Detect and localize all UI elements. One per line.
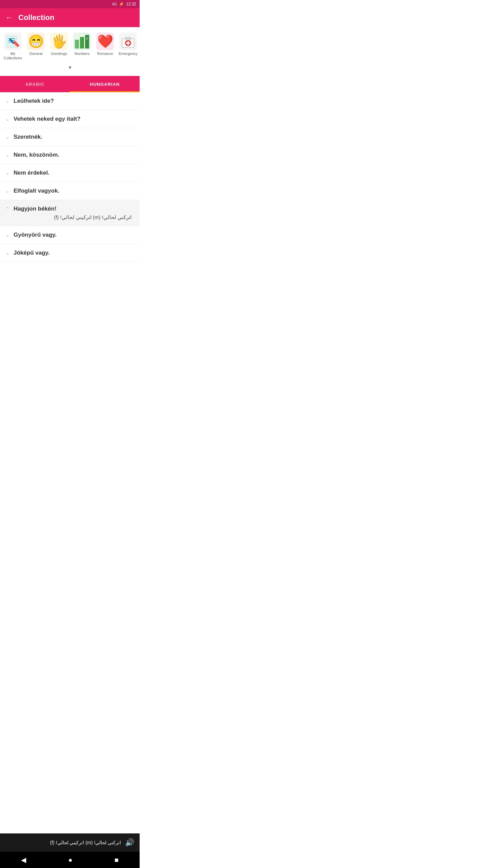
my-collections-icon bbox=[4, 33, 22, 50]
emergency-icon bbox=[119, 33, 137, 50]
phrase-expand-icon: ⌄ bbox=[5, 152, 9, 158]
phrase-text: Nem, köszönöm. bbox=[14, 152, 134, 158]
time-indicator: 12:32 bbox=[126, 2, 136, 6]
general-icon: 😁 bbox=[27, 33, 45, 50]
svg-text:2: 2 bbox=[76, 37, 78, 40]
phrase-row: ⌄ Vehetek neked egy italt? bbox=[5, 116, 134, 122]
phrase-translation: اتركني لحالي! (m) اتركيني لحالي! (f) bbox=[5, 212, 134, 220]
phrase-row: ⌄ Gyönyörű vagy. bbox=[5, 232, 134, 238]
phrase-text: Szeretnék. bbox=[14, 134, 134, 140]
svg-rect-17 bbox=[126, 42, 130, 44]
phrase-expand-icon: ⌄ bbox=[5, 232, 9, 238]
greetings-icon: 🖐 bbox=[50, 33, 68, 50]
category-label-numbers: Numbers bbox=[75, 52, 90, 56]
page-title: Collection bbox=[18, 13, 54, 22]
phrase-expand-icon: ⌄ bbox=[5, 250, 9, 256]
my-collections-svg bbox=[4, 33, 22, 50]
numbers-svg: 2 1 3 bbox=[74, 33, 90, 50]
numbers-icon: 2 1 3 bbox=[73, 33, 91, 50]
chevron-row: ▾ bbox=[1, 62, 138, 75]
svg-rect-7 bbox=[75, 40, 79, 48]
phrase-item[interactable]: ⌄ Leülhetek ide? bbox=[0, 92, 140, 110]
battery-indicator: ⚡ bbox=[119, 2, 124, 6]
category-label-romance: Romance bbox=[97, 52, 113, 56]
svg-text:1: 1 bbox=[81, 34, 83, 37]
app-bar: ← Collection bbox=[0, 8, 140, 27]
category-emergency[interactable]: Emergency bbox=[117, 31, 138, 57]
phrase-item[interactable]: ⌄ Elfoglalt vagyok. bbox=[0, 182, 140, 200]
phrase-text: Hagyjon békén! bbox=[14, 205, 134, 212]
phrase-row: ⌄ Hagyjon békén! bbox=[5, 205, 134, 212]
phrase-text: Leülhetek ide? bbox=[14, 98, 134, 104]
phrase-text: Elfoglalt vagyok. bbox=[14, 188, 134, 194]
category-numbers[interactable]: 2 1 3 Numbers bbox=[70, 31, 94, 57]
phrase-row: ⌄ Nem, köszönöm. bbox=[5, 152, 134, 158]
phrase-text: Nem érdekel. bbox=[14, 170, 134, 176]
phrase-row: ⌄ Jóképű vagy. bbox=[5, 250, 134, 256]
phrase-expand-icon: ⌄ bbox=[5, 98, 9, 104]
phrase-collapse-icon: ⌄ bbox=[5, 206, 9, 212]
phrase-item[interactable]: ⌄ Vehetek neked egy italt? bbox=[0, 110, 140, 128]
phrase-list: ⌄ Leülhetek ide? ⌄ Vehetek neked egy ita… bbox=[0, 92, 140, 295]
phrase-row: ⌄ Szeretnék. bbox=[5, 134, 134, 140]
phrase-text: Jóképű vagy. bbox=[14, 250, 134, 256]
expand-categories-icon[interactable]: ▾ bbox=[68, 64, 72, 71]
phrase-row: ⌄ Leülhetek ide? bbox=[5, 98, 134, 104]
phrase-item[interactable]: ⌄ Jóképű vagy. bbox=[0, 244, 140, 262]
tab-arabic[interactable]: ARABIC bbox=[0, 76, 70, 92]
category-label-emergency: Emergency bbox=[119, 52, 138, 56]
category-label-greetings: Greetings bbox=[51, 52, 67, 56]
category-general[interactable]: 😁 General bbox=[24, 31, 47, 57]
phrase-item[interactable]: ⌄ Gyönyörű vagy. bbox=[0, 226, 140, 244]
phrase-text: Vehetek neked egy italt? bbox=[14, 116, 134, 122]
category-label-general: General bbox=[29, 52, 42, 56]
signal-indicator: 4G bbox=[112, 2, 117, 6]
svg-rect-8 bbox=[80, 37, 84, 48]
back-button[interactable]: ← bbox=[5, 14, 13, 21]
category-my-collections[interactable]: My Collections bbox=[1, 31, 24, 62]
phrase-expand-icon: ⌄ bbox=[5, 116, 9, 122]
phrase-expand-icon: ⌄ bbox=[5, 188, 9, 194]
tabs-bar: ARABIC HUNGARIAN bbox=[0, 76, 140, 92]
categories-container: My Collections 😁 General 🖐 Greetings bbox=[0, 27, 140, 76]
phrase-item[interactable]: ⌄ Nem, köszönöm. bbox=[0, 146, 140, 164]
phrase-item[interactable]: ⌄ Hagyjon békén! اتركني لحالي! (m) اتركي… bbox=[0, 200, 140, 226]
phrase-expand-icon: ⌄ bbox=[5, 134, 9, 140]
category-greetings[interactable]: 🖐 Greetings bbox=[47, 31, 70, 57]
tab-hungarian[interactable]: HUNGARIAN bbox=[70, 76, 140, 92]
categories-row: My Collections 😁 General 🖐 Greetings bbox=[1, 31, 138, 62]
phrase-expand-icon: ⌄ bbox=[5, 170, 9, 176]
romance-icon: ❤️ bbox=[96, 33, 114, 50]
phrase-row: ⌄ Nem érdekel. bbox=[5, 170, 134, 176]
emergency-svg bbox=[119, 33, 137, 50]
svg-text:3: 3 bbox=[86, 37, 88, 40]
phrase-item[interactable]: ⌄ Nem érdekel. bbox=[0, 164, 140, 182]
phrase-row: ⌄ Elfoglalt vagyok. bbox=[5, 188, 134, 194]
category-label-my-collections: My Collections bbox=[2, 52, 24, 60]
phrase-item[interactable]: ⌄ Szeretnék. bbox=[0, 128, 140, 146]
status-bar: 4G ⚡ 12:32 bbox=[0, 0, 140, 8]
phrase-text: Gyönyörű vagy. bbox=[14, 232, 134, 238]
category-romance[interactable]: ❤️ Romance bbox=[94, 31, 117, 57]
